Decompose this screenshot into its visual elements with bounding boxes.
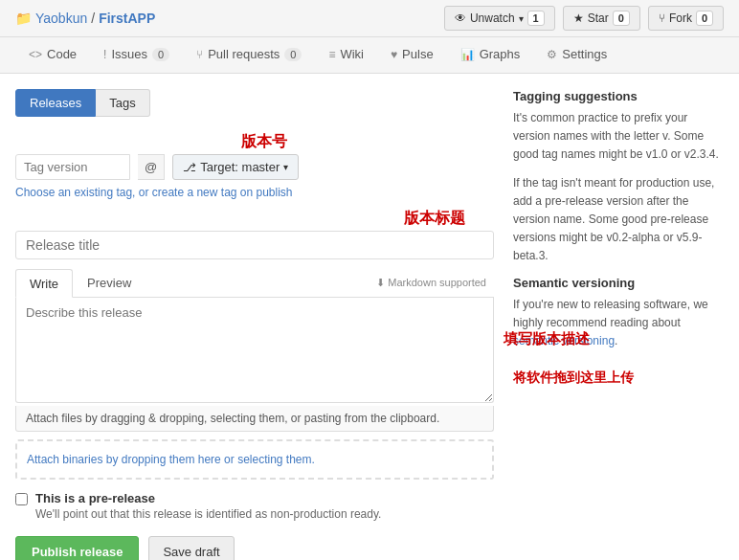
- markdown-hint-text: Markdown supported: [388, 277, 486, 288]
- tab-settings-label: Settings: [562, 47, 607, 61]
- pre-release-row: This is a pre-release We'll point out th…: [15, 491, 494, 521]
- fork-icon: [659, 11, 665, 25]
- left-column: Releases Tags 版本号 @ ⎇ Target: master ▾ C…: [15, 89, 494, 560]
- tab-graphs[interactable]: 📊 Graphs: [447, 37, 534, 73]
- watch-button[interactable]: Unwatch ▾ 1: [444, 6, 555, 31]
- checked-note: 勾选：无法通过api获取: [0, 439, 8, 456]
- action-row: Publish release Save draft: [15, 536, 494, 560]
- binaries-wrapper: 勾选：无法通过api获取 不勾选：可以通过api获取 Attach binari…: [15, 439, 494, 480]
- tab-issues-label: Issues: [111, 47, 147, 61]
- pr-icon: ⑂: [196, 48, 203, 61]
- repo-icon: 📁: [15, 11, 32, 26]
- target-button[interactable]: ⎇ Target: master ▾: [172, 154, 299, 180]
- settings-icon: ⚙: [547, 48, 557, 61]
- publish-release-button[interactable]: Publish release: [15, 536, 139, 560]
- version-number-annotation: 版本号: [241, 132, 287, 152]
- markdown-icon: ⬇: [376, 277, 385, 288]
- fill-description-annotation: 填写版本描述: [504, 330, 590, 348]
- semantic-title: Semantic versioning: [513, 276, 724, 290]
- pre-release-label: This is a pre-release: [35, 491, 381, 505]
- right-column: Tagging suggestions It's common practice…: [513, 89, 724, 560]
- upload-note-annotation: 将软件拖到这里上传: [513, 370, 724, 387]
- top-bar: 📁 Yaobkun / FirstAPP Unwatch ▾ 1 Star 0 …: [0, 0, 739, 37]
- semantic-text-after: .: [615, 334, 617, 347]
- tab-wiki[interactable]: ≡ Wiki: [315, 37, 377, 73]
- target-chevron: ▾: [283, 162, 288, 172]
- upload-annotation-area: 将软件拖到这里上传: [513, 370, 724, 387]
- tab-code-label: Code: [47, 47, 77, 61]
- path-separator: /: [91, 11, 95, 26]
- release-title-annotation: 版本标题: [404, 209, 465, 229]
- tagging-title: Tagging suggestions: [513, 89, 724, 103]
- annotation-row: 版本号: [15, 132, 494, 152]
- repo-actions: Unwatch ▾ 1 Star 0 Fork 0: [444, 6, 724, 31]
- at-symbol: @: [138, 154, 165, 180]
- attach-bar: Attach files by dragging & dropping, sel…: [15, 406, 494, 432]
- semantic-text-before: If you're new to releasing software, we …: [513, 298, 708, 329]
- wiki-icon: ≡: [328, 48, 335, 61]
- owner-link[interactable]: Yaobkun: [35, 11, 87, 26]
- repo-path: 📁 Yaobkun / FirstAPP: [15, 11, 155, 26]
- fork-count: 0: [696, 11, 713, 26]
- repo-link[interactable]: FirstAPP: [99, 11, 155, 26]
- eye-icon: [455, 11, 466, 25]
- write-tab[interactable]: Write: [15, 269, 73, 298]
- branch-icon: ⎇: [183, 161, 196, 174]
- tab-graphs-label: Graphs: [480, 47, 521, 61]
- target-label: Target: master: [200, 160, 280, 174]
- pre-release-checkbox[interactable]: [15, 493, 28, 505]
- markdown-hint: ⬇ Markdown supported: [376, 277, 494, 289]
- main-content: Releases Tags 版本号 @ ⎇ Target: master ▾ C…: [0, 74, 739, 560]
- tab-settings[interactable]: ⚙ Settings: [533, 37, 620, 73]
- description-annotation: 填写版本描述: [504, 330, 590, 348]
- star-count: 0: [613, 11, 630, 26]
- tab-issues[interactable]: ! Issues 0: [90, 37, 183, 73]
- tag-row: @ ⎇ Target: master ▾: [15, 154, 494, 180]
- sub-tabs: Releases Tags: [15, 89, 494, 117]
- binaries-text: Attach binaries by dropping them here or…: [27, 453, 315, 466]
- pre-release-text: This is a pre-release We'll point out th…: [35, 491, 381, 521]
- pulse-icon: ♥: [391, 48, 397, 61]
- star-label: Star: [588, 11, 609, 25]
- tab-pullrequests[interactable]: ⑂ Pull requests 0: [183, 37, 315, 73]
- release-title-area: 版本标题: [15, 209, 494, 269]
- pre-release-desc: We'll point out that this release is ide…: [35, 507, 381, 521]
- api-annotations: 勾选：无法通过api获取 不勾选：可以通过api获取: [0, 439, 8, 474]
- issues-icon: !: [103, 48, 106, 61]
- nav-tabs: <> Code ! Issues 0 ⑂ Pull requests 0 ≡ W…: [0, 37, 739, 74]
- tab-pr-label: Pull requests: [208, 47, 280, 61]
- editor-area: Write Preview ⬇ Markdown supported 填写版本描…: [15, 269, 494, 432]
- tab-wiki-label: Wiki: [340, 47, 364, 61]
- write-preview-tabs: Write Preview ⬇ Markdown supported: [15, 269, 494, 298]
- tag-version-input[interactable]: [15, 154, 130, 180]
- tab-pulse-label: Pulse: [402, 47, 434, 61]
- tab-pulse[interactable]: ♥ Pulse: [377, 37, 447, 73]
- issues-badge: 0: [152, 48, 169, 61]
- release-title-input[interactable]: [15, 231, 494, 259]
- watch-count: 1: [527, 11, 545, 26]
- tab-group: Write Preview: [15, 269, 146, 297]
- fork-label: Fork: [669, 11, 692, 25]
- tagging-p1: It's common practice to prefix your vers…: [513, 109, 724, 165]
- fork-button[interactable]: Fork 0: [648, 6, 724, 31]
- watch-label: Unwatch: [470, 11, 515, 25]
- unchecked-note: 不勾选：可以通过api获取: [0, 458, 8, 474]
- save-draft-button[interactable]: Save draft: [148, 536, 234, 560]
- tagging-p2: If the tag isn't meant for production us…: [513, 174, 724, 266]
- star-button[interactable]: Star 0: [563, 6, 640, 31]
- title-annotation-row: 版本标题: [15, 209, 494, 229]
- textarea-wrapper: 填写版本描述: [15, 298, 494, 406]
- tag-hint: Choose an existing tag, or create a new …: [15, 186, 494, 199]
- star-icon: [573, 11, 584, 25]
- sub-tab-tags[interactable]: Tags: [96, 89, 149, 117]
- binaries-area[interactable]: Attach binaries by dropping them here or…: [15, 439, 494, 480]
- pr-badge: 0: [284, 48, 302, 61]
- sub-tab-releases[interactable]: Releases: [15, 89, 96, 117]
- preview-tab[interactable]: Preview: [73, 269, 146, 297]
- watch-chevron: ▾: [519, 13, 524, 24]
- version-annotation-area: 版本号: [15, 132, 494, 152]
- graphs-icon: 📊: [460, 48, 475, 61]
- release-description-textarea[interactable]: [15, 298, 494, 403]
- tab-code[interactable]: <> Code: [15, 37, 90, 73]
- code-icon: <>: [29, 48, 42, 61]
